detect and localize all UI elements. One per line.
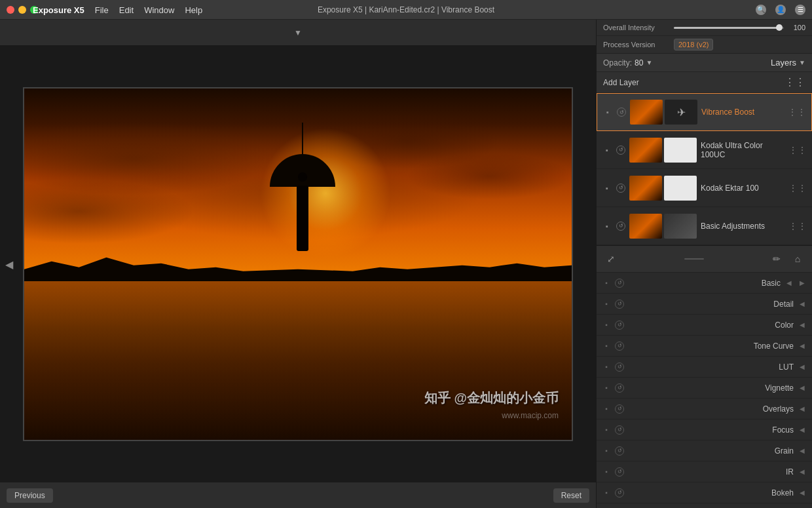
adj-reset-icon[interactable]: ↺ <box>615 321 624 330</box>
opacity-section: Opacity: 80 ▼ <box>603 58 652 68</box>
adj-collapse-icon[interactable]: ◀ <box>798 321 807 330</box>
adjustment-item-bokeh[interactable]: ▪ ↺ Bokeh ◀ <box>597 482 812 503</box>
layers-menu-icon[interactable]: ⋮⋮ <box>784 76 805 88</box>
adj-reset-icon[interactable]: ↺ <box>615 446 624 456</box>
previous-button[interactable]: Previous <box>7 488 53 503</box>
adjustment-item-tone-curve[interactable]: ▪ ↺ Tone Curve ◀ <box>597 336 812 357</box>
adjustment-item-overlays[interactable]: ▪ ↺ Overlays ◀ <box>597 399 812 420</box>
adj-name: Focus <box>628 425 794 435</box>
layer-reset-icon[interactable]: ↺ <box>616 184 625 193</box>
layers-dropdown-icon[interactable]: ▼ <box>799 59 805 66</box>
layer-reset-icon[interactable]: ↺ <box>616 146 625 155</box>
adj-collapse-icon[interactable]: ◀ <box>798 446 807 456</box>
adj-visibility-icon[interactable]: ▪ <box>602 362 611 372</box>
adj-visibility-icon[interactable]: ▪ <box>602 383 611 393</box>
layer-name: Kodak Ektar 100 <box>701 184 784 193</box>
minimize-button[interactable] <box>18 6 26 14</box>
adjustment-item-focus[interactable]: ▪ ↺ Focus ◀ <box>597 420 812 440</box>
user-icon[interactable]: 👤 <box>775 5 786 15</box>
adjustment-item-color[interactable]: ▪ ↺ Color ◀ <box>597 315 812 336</box>
layer-menu-icon[interactable]: ⋮⋮ <box>788 183 807 193</box>
adj-visibility-icon[interactable]: ▪ <box>602 342 611 351</box>
adj-expand-icon[interactable]: ▶ <box>798 279 807 288</box>
adj-reset-icon[interactable]: ↺ <box>615 383 624 393</box>
adj-reset-icon[interactable]: ↺ <box>615 404 624 414</box>
adj-name: Detail <box>628 300 794 309</box>
layer-item[interactable]: ▪ ↺ Kodak Ultra Color 100UC ⋮⋮ <box>597 131 812 169</box>
layer-menu-icon[interactable]: ⋮⋮ <box>788 221 807 231</box>
layer-reset-icon[interactable]: ↺ <box>616 222 625 231</box>
file-menu[interactable]: File <box>95 5 109 14</box>
adj-collapse-icon[interactable]: ◀ <box>798 404 807 414</box>
adj-visibility-icon[interactable]: ▪ <box>602 446 611 456</box>
adj-reset-icon[interactable]: ↺ <box>615 467 624 477</box>
crop-tool-icon[interactable]: ⤢ <box>603 251 619 267</box>
search-icon[interactable]: 🔍 <box>756 5 766 15</box>
layer-visibility-icon[interactable]: ▪ <box>602 221 612 231</box>
adj-collapse-icon[interactable]: ◀ <box>798 383 807 393</box>
tools-row: ⤢ ✏ ⌂ <box>597 245 812 273</box>
adj-collapse-icon[interactable]: ◀ <box>784 279 794 288</box>
adj-reset-icon[interactable]: ↺ <box>615 425 624 435</box>
adjustment-item-grain[interactable]: ▪ ↺ Grain ◀ <box>597 440 812 461</box>
overall-intensity-slider[interactable] <box>674 27 784 29</box>
adj-reset-icon[interactable]: ↺ <box>615 342 624 351</box>
process-version-select[interactable]: 2018 (v2) <box>674 39 713 50</box>
layer-visibility-icon[interactable]: ▪ <box>602 183 612 193</box>
adjustment-item-detail[interactable]: ▪ ↺ Detail ◀ <box>597 294 812 315</box>
layer-thumb-photo <box>630 100 663 125</box>
edit-menu[interactable]: Edit <box>119 5 134 14</box>
menu-icon[interactable]: ☰ <box>795 5 805 15</box>
layer-item[interactable]: ▪ ↺ Kodak Ektar 100 ⋮⋮ <box>597 169 812 207</box>
adj-visibility-icon[interactable]: ▪ <box>602 425 611 435</box>
adj-collapse-icon[interactable]: ◀ <box>798 425 807 435</box>
adj-collapse-icon[interactable]: ◀ <box>798 488 807 498</box>
opacity-value[interactable]: 80 <box>635 58 643 68</box>
add-layer-button[interactable]: Add Layer <box>603 78 639 87</box>
chevron-down-icon[interactable]: ▼ <box>294 28 302 37</box>
brush-tool-icon[interactable]: ✏ <box>769 251 784 267</box>
adjustment-item-ir[interactable]: ▪ ↺ IR ◀ <box>597 461 812 482</box>
layer-thumb-photo <box>629 176 662 201</box>
layer-thumb-effect: ✈ <box>665 100 697 125</box>
photo-canvas: 知乎 @金灿灿的小金币 www.macip.com <box>23 87 573 441</box>
adj-name: Color <box>628 321 794 330</box>
adjustment-item-lut[interactable]: ▪ ↺ LUT ◀ <box>597 357 812 378</box>
reset-button[interactable]: Reset <box>553 488 589 503</box>
adj-name: LUT <box>628 362 794 372</box>
adj-visibility-icon[interactable]: ▪ <box>602 488 611 498</box>
adj-reset-icon[interactable]: ↺ <box>615 279 624 288</box>
layer-item[interactable]: ▪ ↺ Basic Adjustments ⋮⋮ <box>597 207 812 245</box>
layer-visibility-icon[interactable]: ▪ <box>602 107 613 117</box>
adj-collapse-icon[interactable]: ◀ <box>798 342 807 351</box>
adj-visibility-icon[interactable]: ▪ <box>602 404 611 414</box>
adjustment-item-basic[interactable]: ▪ ↺ Basic ◀ ▶ <box>597 273 812 294</box>
layer-thumb-effect <box>664 176 697 201</box>
adj-reset-icon[interactable]: ↺ <box>615 300 624 309</box>
layer-menu-icon[interactable]: ⋮⋮ <box>788 145 807 155</box>
left-panel-toggle[interactable]: ◀ <box>5 258 13 270</box>
window-menu[interactable]: Window <box>144 5 174 14</box>
clone-tool-icon[interactable]: ⌂ <box>790 251 805 267</box>
adj-reset-icon[interactable]: ↺ <box>615 488 624 498</box>
adjustment-item-vignette[interactable]: ▪ ↺ Vignette ◀ <box>597 378 812 399</box>
layer-item[interactable]: ▪ ↺ ✈ Vibrance Boost ⋮⋮ <box>597 93 812 131</box>
app-name-menu[interactable]: Exposure X5 <box>33 5 84 14</box>
adj-visibility-icon[interactable]: ▪ <box>602 279 611 288</box>
layer-reset-icon[interactable]: ↺ <box>617 107 626 117</box>
adj-collapse-icon[interactable]: ◀ <box>798 300 807 309</box>
adj-name: Grain <box>628 446 794 456</box>
opacity-dropdown-icon[interactable]: ▼ <box>646 59 652 66</box>
layer-menu-icon[interactable]: ⋮⋮ <box>788 107 806 117</box>
adj-visibility-icon[interactable]: ▪ <box>602 321 611 330</box>
layer-visibility-icon[interactable]: ▪ <box>602 145 612 155</box>
layer-thumbnails <box>629 214 697 239</box>
adj-visibility-icon[interactable]: ▪ <box>602 300 611 309</box>
adj-reset-icon[interactable]: ↺ <box>615 362 624 372</box>
close-button[interactable] <box>7 6 14 14</box>
adj-collapse-icon[interactable]: ◀ <box>798 467 807 477</box>
adj-collapse-icon[interactable]: ◀ <box>798 362 807 372</box>
layer-thumb-photo <box>629 138 662 163</box>
adj-visibility-icon[interactable]: ▪ <box>602 467 611 477</box>
help-menu[interactable]: Help <box>185 5 202 14</box>
